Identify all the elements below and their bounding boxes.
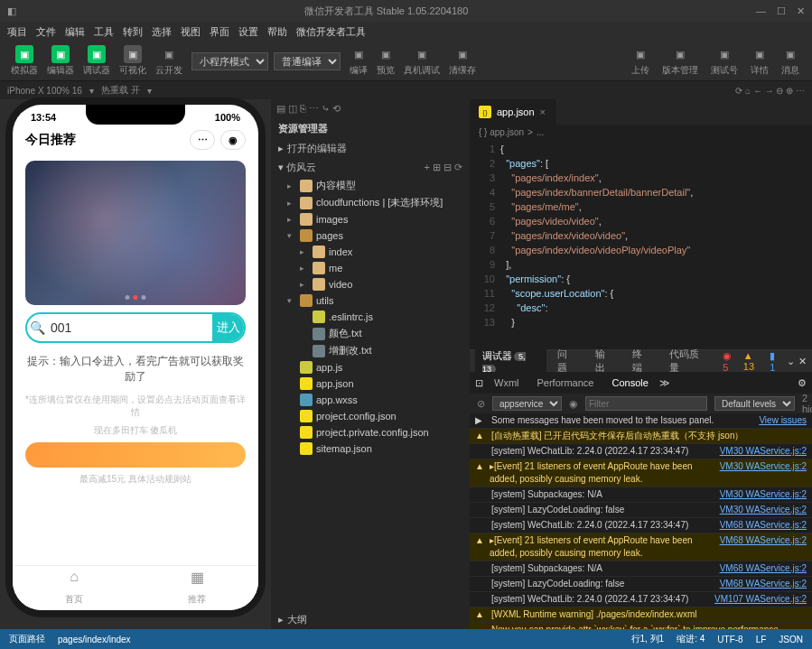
tree-video[interactable]: ▸video <box>271 276 470 292</box>
levels-select[interactable]: Default levels <box>714 396 795 411</box>
tree-颜色.txt[interactable]: 颜色.txt <box>271 325 470 342</box>
capsule-menu-icon[interactable]: ⋯ <box>190 130 215 150</box>
toolbar-版本管理[interactable]: ▣版本管理 <box>657 43 704 79</box>
tabbar-推荐[interactable]: ▦推荐 <box>135 566 258 610</box>
source-link[interactable]: VM30 WAService.js:2 <box>720 488 807 501</box>
cursor-pos[interactable]: 行1, 列1 <box>631 633 665 645</box>
tree-app.wxss[interactable]: app.wxss <box>271 392 470 408</box>
breadcrumb[interactable]: { } app.json>... <box>470 125 812 140</box>
capsule-close-icon[interactable]: ◉ <box>220 130 246 150</box>
mode-select[interactable]: 小程序模式 <box>191 52 268 70</box>
toolbar-调试器[interactable]: ▣调试器 <box>79 43 114 79</box>
toolbar-云开发[interactable]: ▣云开发 <box>152 43 186 79</box>
device-info[interactable]: iPhone X 100% 16 <box>7 86 82 96</box>
menu-编辑[interactable]: 编辑 <box>65 25 85 39</box>
code-input[interactable] <box>47 314 212 341</box>
source-link[interactable]: VM30 WAService.js:2 <box>720 504 807 516</box>
devtools-settings-icon[interactable]: ⚙ <box>798 377 807 389</box>
source-link[interactable]: VM68 WAService.js:2 <box>720 534 807 560</box>
devtools-collapse-icon[interactable]: ⌄ <box>787 356 795 367</box>
encoding[interactable]: UTF-8 <box>717 635 742 644</box>
menu-文件[interactable]: 文件 <box>36 25 56 39</box>
hot-reload[interactable]: 热重载 开 <box>101 84 140 97</box>
toolbar-编译[interactable]: ▣编译 <box>346 43 371 79</box>
menu-项目[interactable]: 项目 <box>7 25 27 39</box>
lang[interactable]: JSON <box>779 635 803 644</box>
eol[interactable]: LF <box>756 635 767 644</box>
project-section[interactable]: ▾ 仿风云 + ⊞ ⊟ ⟳ <box>271 158 470 177</box>
tree-me[interactable]: ▸me <box>271 260 470 276</box>
tree-project.private.config.json[interactable]: project.private.config.json <box>271 424 470 440</box>
warn-count[interactable]: ▲ 13 <box>743 350 766 372</box>
source-link[interactable]: VM30 WAService.js:2 <box>720 445 807 458</box>
close-tab-icon[interactable]: × <box>540 107 546 117</box>
toolbar-详情[interactable]: ▣详情 <box>745 43 774 79</box>
menu-转到[interactable]: 转到 <box>123 25 143 39</box>
console-line: [system] Subpackages: N/AVM30 WAService.… <box>470 487 812 503</box>
menu-视图[interactable]: 视图 <box>181 25 201 39</box>
performance-tab[interactable]: Performance <box>530 375 602 391</box>
tabbar-首页[interactable]: ⌂首页 <box>13 566 135 610</box>
editor-tab[interactable]: {} app.json × <box>470 99 555 125</box>
console-line: [system] LazyCodeLoading: falseVM30 WASe… <box>470 503 812 518</box>
source-link[interactable]: VM68 WAService.js:2 <box>720 578 807 590</box>
toolbar-清缓存[interactable]: ▣清缓存 <box>445 43 480 79</box>
tree-cloudfunctions | [未选择环境][interactable]: ▸cloudfunctions | [未选择环境] <box>271 194 470 211</box>
wxml-tab[interactable]: Wxml <box>487 375 527 391</box>
toolbar-预览[interactable]: ▣预览 <box>373 43 398 79</box>
enter-button[interactable]: 进入 <box>212 314 244 341</box>
open-editors-section[interactable]: ▸ 打开的编辑器 <box>271 139 470 158</box>
source-link[interactable]: VM68 WAService.js:2 <box>720 562 807 575</box>
tree-app.json[interactable]: app.json <box>271 375 470 392</box>
tree-.eslintrc.js[interactable]: .eslintrc.js <box>271 309 470 325</box>
tree-project.config.json[interactable]: project.config.json <box>271 408 470 424</box>
page-path[interactable]: pages/index/index <box>58 635 131 644</box>
tree-sitemap.json[interactable]: sitemap.json <box>271 440 470 457</box>
tree-app.js[interactable]: app.js <box>271 359 470 375</box>
ad-note: *连所填位置仅在使用期间，设置必点去活动页面查看详情 <box>25 394 246 419</box>
menu-帮助[interactable]: 帮助 <box>267 25 287 39</box>
source-link[interactable]: VM68 WAService.js:2 <box>720 519 807 532</box>
toolbar-消息[interactable]: ▣消息 <box>776 43 805 79</box>
tree-pages[interactable]: ▾pages <box>271 227 470 244</box>
menu-界面[interactable]: 界面 <box>210 25 229 39</box>
compile-select[interactable]: 普通编译 <box>274 52 341 70</box>
context-select[interactable]: appservice <box>492 396 562 411</box>
devtools-close-icon[interactable]: ✕ <box>798 356 807 367</box>
ad-banner[interactable] <box>25 442 246 468</box>
source-link[interactable]: VM107 WAService.js:2 <box>714 593 807 606</box>
toolbar-模拟器[interactable]: ▣模拟器 <box>7 43 42 79</box>
hidden-count[interactable]: 2 hidden <box>802 393 812 414</box>
tree-内容模型[interactable]: ▸内容模型 <box>271 177 470 194</box>
console-tab[interactable]: Console <box>604 375 655 391</box>
source-link[interactable]: VM30 WAService.js:2 <box>720 460 807 486</box>
info-count[interactable]: ▮ 1 <box>770 350 783 373</box>
minimize-button[interactable]: — <box>756 5 766 17</box>
source-link[interactable]: View issues <box>759 414 807 427</box>
toolbar-上传[interactable]: ▣上传 <box>626 43 655 79</box>
menu-微信开发者工具[interactable]: 微信开发者工具 <box>296 25 366 39</box>
console-line: [system] WeChatLib: 2.24.0 (2022.4.17 23… <box>470 518 812 533</box>
clear-console-icon[interactable]: ⊘ <box>477 398 485 410</box>
toolbar-编辑器[interactable]: ▣编辑器 <box>43 43 78 79</box>
indent[interactable]: 缩进: 4 <box>677 633 705 645</box>
outline-section[interactable]: ▸ 大纲 <box>271 610 470 629</box>
maximize-button[interactable]: ☐ <box>777 5 786 17</box>
close-button[interactable]: ✕ <box>797 5 805 17</box>
inspect-icon[interactable]: ⊡ <box>475 377 483 389</box>
console-line: ▲[自动热重载] 已开启代码文件保存后自动热重载（不支持 json） <box>470 429 812 444</box>
status-time: 13:54 <box>31 112 56 123</box>
toolbar-测试号[interactable]: ▣测试号 <box>705 43 743 79</box>
tree-images[interactable]: ▸images <box>271 211 470 227</box>
tree-index[interactable]: ▸index <box>271 244 470 260</box>
banner-swiper[interactable] <box>25 161 246 305</box>
menu-工具[interactable]: 工具 <box>94 25 114 39</box>
tree-增删改.txt[interactable]: 增删改.txt <box>271 342 470 359</box>
menu-设置[interactable]: 设置 <box>238 25 258 39</box>
error-count[interactable]: ◉ 5 <box>723 350 740 373</box>
toolbar-真机调试[interactable]: ▣真机调试 <box>400 43 443 79</box>
tree-utils[interactable]: ▾utils <box>271 292 470 309</box>
toolbar-可视化[interactable]: ▣可视化 <box>116 43 150 79</box>
console-filter[interactable] <box>585 396 707 411</box>
menu-选择[interactable]: 选择 <box>152 25 172 39</box>
